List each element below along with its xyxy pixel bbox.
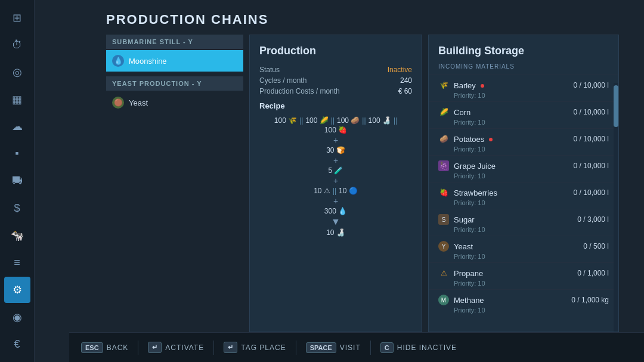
recipe-yeast-amount: 30 🍞 [326,146,345,154]
chains-panel: SUBMARINE STILL - Y 💧 Moonshine YEAST PR… [106,35,243,332]
incoming-label: INCOMING MATERIALS [429,63,618,75]
sugar-name: Sugar [454,215,475,224]
recipe-strawberry-amount: 100 🍓 [324,126,347,134]
scrollbar-thumb[interactable] [614,85,618,127]
sugar-icon: S [438,214,449,225]
sidebar-item-weather[interactable]: ☁ [4,113,30,140]
barley-icon: 🌾 [438,80,449,91]
storage-title: Building Storage [429,35,618,63]
recipe-output: 10 🍶 [326,228,345,237]
tag-place-button[interactable]: ↵ TAG PLACE [224,342,286,353]
chain-item-moonshine[interactable]: 💧 Moonshine [106,50,243,72]
grape-juice-priority: Priority: 10 [438,172,609,180]
methane-priority: Priority: 10 [438,307,609,314]
sidebar-item-steering[interactable]: ◎ [4,59,30,85]
sidebar-item-money[interactable]: $ [4,195,30,221]
hide-inactive-button[interactable]: C HIDE INACTIVE [380,342,457,353]
sidebar-item-chart[interactable]: ▪ [4,141,30,167]
yeast-storage-icon: Y [438,241,449,252]
main-content: PRODUCTION CHAINS SUBMARINE STILL - Y 💧 … [35,0,644,362]
chain-item-yeast-label: Yeast [129,98,148,107]
activate-label: ACTIVATE [165,344,204,352]
recipe-area: 100 🌾 || 100 🌽 || 100 🥔 || 100 🍶 || 100 … [259,116,412,237]
recipe-sugar-row: 5 🧪 [328,166,343,175]
recipe-plus1: + [333,135,338,145]
corn-amount: 0 / 10,000 l [574,108,609,116]
sidebar-item-book[interactable]: ≡ [4,249,30,276]
corn-priority: Priority: 10 [438,119,609,126]
recipe-output-amount: 10 🍶 [326,228,345,237]
back-button[interactable]: ESC BACK [81,342,128,353]
storage-item-methane: M Methane 0 / 1,000 kg Priority: 10 [429,289,618,316]
visit-button[interactable]: SPACE VISIT [306,342,361,353]
sidebar-item-animal[interactable]: 🐄 [4,222,30,249]
recipe-sep4: || [394,116,397,125]
esc-key-badge: ESC [81,342,103,353]
storage-item-grape-juice: 🍇 Grape Juice 0 / 10,000 l Priority: 10 [429,155,618,182]
methane-name: Methane [454,296,484,305]
sidebar-item-calendar[interactable]: ▦ [4,86,30,113]
recipe-propane-row: 10 ⚠ || 10 🔵 [314,187,358,195]
chain-group-submarine: SUBMARINE STILL - Y [106,35,243,49]
recipe-sep2: || [331,116,335,125]
sidebar: ⊞ ⏱ ◎ ▦ ☁ ▪ ⛟ $ 🐄 ≡ ⚙ ◉ € [0,0,35,362]
propane-icon: ⚠ [438,268,449,279]
sidebar-item-euro[interactable]: € [4,331,30,357]
bottom-bar: ESC BACK ↵ ACTIVATE ↵ TAG PLACE SPACE VI… [69,332,644,362]
sidebar-item-tractor[interactable]: ⛟ [4,168,30,194]
yeast-icon: 🟤 [112,97,124,109]
barley-priority: Priority: 10 [438,92,609,99]
recipe-plus4: + [333,196,338,206]
storage-item-strawberries: 🍓 Strawberries 0 / 10,000 l Priority: 10 [429,182,618,209]
recipe-potato: 100 🥔 [337,116,360,125]
stat-cycles: Cycles / month 240 [259,76,412,85]
moonshine-icon: 💧 [112,55,124,67]
potatoes-amount: 0 / 10,000 l [574,135,609,143]
recipe-water-amount: 300 💧 [324,207,347,215]
c-key-badge: C [380,342,394,353]
potatoes-red-dot [489,138,493,141]
production-title: Production [259,45,412,57]
stat-cycles-value: 240 [400,76,412,85]
activate-button[interactable]: ↵ ACTIVATE [148,342,204,353]
sugar-amount: 0 / 3,000 l [577,215,609,224]
yeast-storage-name: Yeast [454,242,473,251]
sidebar-item-globe[interactable]: ◉ [4,304,30,330]
chain-item-moonshine-label: Moonshine [129,57,167,66]
scrollbar-track[interactable] [614,83,618,332]
chain-item-yeast[interactable]: 🟤 Yeast [106,92,243,113]
storage-item-sugar: S Sugar 0 / 3,000 l Priority: 10 [429,209,618,236]
strawberries-amount: 0 / 10,000 l [574,188,609,197]
page-title: PRODUCTION CHAINS [106,12,268,27]
activate-key-badge: ↵ [148,342,162,353]
recipe-strawberries: 100 🍓 [324,126,347,134]
tag-key-badge: ↵ [224,342,237,353]
propane-priority: Priority: 10 [438,280,609,287]
btn-separator-2 [213,341,214,355]
space-key-badge: SPACE [306,342,336,353]
storage-panel: Building Storage INCOMING MATERIALS 🌾 Ba… [428,35,619,332]
recipe-yeast-row: 30 🍞 [326,146,345,154]
hide-inactive-label: HIDE INACTIVE [397,344,457,352]
recipe-sep5: || [333,187,336,195]
stat-status-value: Inactive [388,66,412,74]
recipe-barley: 100 🌾 [274,116,297,125]
recipe-inputs: 100 🌾 || 100 🌽 || 100 🥔 || 100 🍶 || [274,116,397,125]
recipe-sugar-amount: 5 🧪 [328,166,343,175]
storage-item-yeast: Y Yeast 0 / 500 l Priority: 10 [429,236,618,262]
recipe-corn: 100 🌽 [305,116,328,125]
recipe-sep3: || [362,116,366,125]
sidebar-item-factory[interactable]: ⚙ [4,277,30,303]
recipe-title: Recipe [259,101,412,110]
barley-name: Barley [454,81,476,90]
grape-juice-icon: 🍇 [438,160,449,171]
corn-icon: 🌽 [438,107,449,117]
sidebar-item-menu[interactable]: ⊞ [4,5,30,31]
sidebar-item-clock[interactable]: ⏱ [4,32,30,58]
stat-status: Status Inactive [259,66,412,74]
propane-amount: 0 / 1,000 l [577,269,609,277]
potatoes-name: Potatoes [454,135,484,144]
stat-costs-value: € 60 [398,87,412,95]
visit-label: VISIT [340,344,361,352]
strawberries-name: Strawberries [454,188,497,197]
